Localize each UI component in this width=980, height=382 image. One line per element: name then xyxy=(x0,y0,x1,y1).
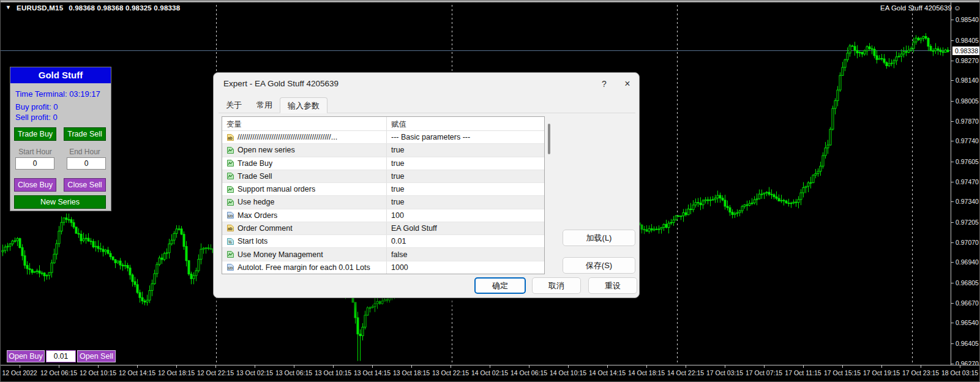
trade-buy-button[interactable]: Trade Buy xyxy=(14,127,56,141)
param-row[interactable]: ½Start lots0.01 xyxy=(222,235,544,248)
param-name-cell[interactable]: Use Money Management xyxy=(222,248,387,260)
panel-title[interactable]: Gold Stuff xyxy=(10,67,111,83)
param-value-cell[interactable]: true xyxy=(387,183,544,195)
param-row[interactable]: Open new seriestrue xyxy=(222,144,544,157)
help-button[interactable]: ? xyxy=(597,77,612,91)
candle-body xyxy=(722,198,724,200)
lot-size-input[interactable] xyxy=(46,350,76,362)
param-name-cell[interactable]: Open new series xyxy=(222,144,387,156)
candle-body xyxy=(46,275,48,276)
candle-body xyxy=(658,229,660,230)
column-header-value[interactable]: 赋值 xyxy=(387,117,544,130)
candle-body xyxy=(893,61,895,63)
sell-profit-label: Sell profit: 0 xyxy=(15,113,58,122)
dialog-tab-1[interactable]: 常用 xyxy=(249,97,280,113)
param-name-cell[interactable]: ½Start lots xyxy=(222,235,387,247)
parameters-table: 变量 赋值 ab////////////////////////////////… xyxy=(222,116,545,274)
price-tick-label: 0.96670 xyxy=(956,299,979,307)
open-buy-button[interactable]: Open Buy xyxy=(7,350,45,362)
time-tick-label: 14 Oct 18:15 xyxy=(628,369,665,376)
candle-body xyxy=(739,211,741,212)
param-value-cell[interactable]: true xyxy=(387,157,544,170)
param-row[interactable]: Use Money Managementfalse xyxy=(222,248,544,261)
param-row[interactable]: Support manual orderstrue xyxy=(222,183,544,196)
candle-body xyxy=(918,38,919,40)
open-sell-button[interactable]: Open Sell xyxy=(77,350,116,362)
param-name-cell[interactable]: ab//////////////////////////////////////… xyxy=(222,131,387,143)
candle-body xyxy=(95,246,97,247)
param-value-cell[interactable]: 100 xyxy=(387,209,544,222)
load-button[interactable]: 加载(L) xyxy=(563,230,635,246)
candle-body xyxy=(97,246,99,249)
candle-body xyxy=(763,193,765,194)
table-scrollbar[interactable] xyxy=(546,116,552,274)
candle-body xyxy=(675,216,677,220)
candle-body xyxy=(14,241,16,241)
time-tick-label: 12 Oct 14:15 xyxy=(119,369,155,376)
param-value-cell[interactable]: false xyxy=(387,248,544,260)
candle-body xyxy=(905,51,907,52)
candle-body xyxy=(942,51,944,52)
param-value-cell[interactable]: 1000 xyxy=(387,261,544,274)
param-row[interactable]: Trade Selltrue xyxy=(222,170,544,183)
scrollbar-thumb[interactable] xyxy=(548,124,550,154)
reset-button[interactable]: 重设 xyxy=(588,277,637,294)
candle-body xyxy=(88,238,89,241)
price-tick xyxy=(951,121,954,122)
param-row[interactable]: 123Autolot. Free margin for each 0.01 Lo… xyxy=(222,261,544,274)
candle-body xyxy=(19,239,21,248)
candle-body xyxy=(364,315,366,327)
bool-param-icon xyxy=(226,250,234,258)
param-value-cell[interactable]: EA Gold Stuff xyxy=(387,222,544,234)
end-hour-input[interactable] xyxy=(67,157,106,170)
candle-body xyxy=(119,261,121,265)
time-tick-label: 12 Oct 18:15 xyxy=(158,369,195,376)
param-name-cell[interactable]: 123Max Orders xyxy=(222,209,387,222)
candle-body xyxy=(73,223,75,227)
new-series-button[interactable]: New Series xyxy=(14,195,106,209)
symbol-dropdown-icon[interactable]: ▼ xyxy=(6,4,11,10)
candle-body xyxy=(190,274,192,279)
ok-button[interactable]: 确定 xyxy=(474,277,526,294)
start-hour-input[interactable] xyxy=(15,157,54,170)
param-row[interactable]: Use hedgetrue xyxy=(222,196,544,209)
close-sell-button[interactable]: Close Sell xyxy=(64,178,106,192)
candle-body xyxy=(673,220,675,222)
dialog-tab-0[interactable]: 关于 xyxy=(219,97,249,113)
close-buy-button[interactable]: Close Buy xyxy=(14,178,56,192)
column-header-variable[interactable]: 变量 xyxy=(222,117,387,130)
close-icon[interactable]: × xyxy=(620,77,635,91)
price-tick xyxy=(951,40,954,41)
candle-body xyxy=(367,308,368,315)
param-row[interactable]: abOrder CommentEA Gold Stuff xyxy=(222,222,544,235)
candle-body xyxy=(26,265,28,269)
param-value-cell[interactable]: true xyxy=(387,144,544,156)
trade-sell-button[interactable]: Trade Sell xyxy=(64,127,106,141)
param-row[interactable]: ab//////////////////////////////////////… xyxy=(222,131,544,144)
param-name-cell[interactable]: 123Autolot. Free margin for each 0.01 Lo… xyxy=(222,261,387,274)
candle-body xyxy=(746,205,748,206)
candle-body xyxy=(834,100,836,108)
param-name-cell[interactable]: Use hedge xyxy=(222,196,387,208)
param-row[interactable]: Trade Buytrue xyxy=(222,157,544,170)
param-value-cell[interactable]: 0.01 xyxy=(387,235,544,247)
param-name-text: Trade Buy xyxy=(238,159,272,168)
candle-body xyxy=(159,258,160,264)
param-name-text: Use Money Management xyxy=(238,250,323,259)
candle-body xyxy=(837,90,839,100)
param-name-cell[interactable]: Support manual orders xyxy=(222,183,387,195)
param-name-cell[interactable]: abOrder Comment xyxy=(222,222,387,234)
int-param-icon: 123 xyxy=(226,211,234,219)
param-value-cell[interactable]: true xyxy=(387,196,544,208)
param-name-cell[interactable]: Trade Sell xyxy=(222,170,387,182)
dialog-title[interactable]: Expert - EA Gold Stuff 4205639 xyxy=(223,79,339,88)
dialog-tab-2[interactable]: 输入参数 xyxy=(280,97,327,113)
candle-body xyxy=(798,200,799,203)
param-row[interactable]: 123Max Orders100 xyxy=(222,209,544,222)
param-value-cell[interactable]: --- Basic parameters --- xyxy=(387,131,544,143)
param-value-cell[interactable]: true xyxy=(387,170,544,182)
cancel-button[interactable]: 取消 xyxy=(532,277,581,294)
candle-body xyxy=(844,60,846,67)
param-name-cell[interactable]: Trade Buy xyxy=(222,157,387,170)
save-button[interactable]: 保存(S) xyxy=(563,257,635,274)
